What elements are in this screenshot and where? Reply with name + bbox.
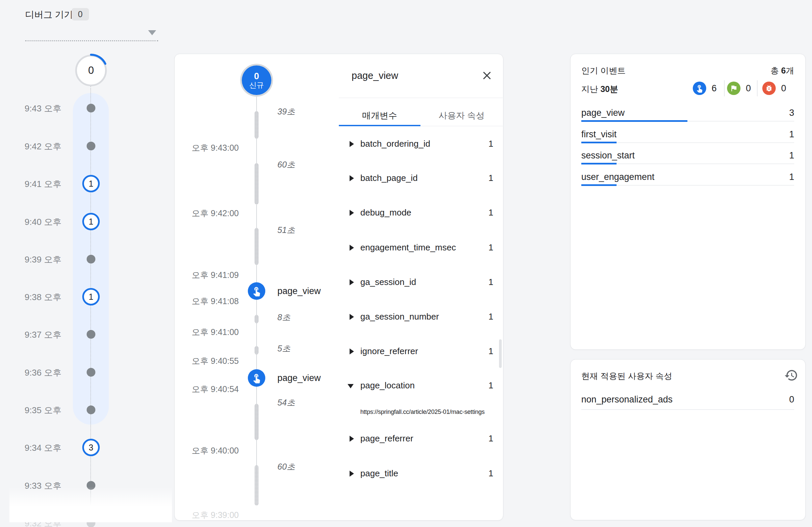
top-event-name: page_view	[581, 108, 625, 118]
debug-devices-count-badge: 0	[72, 8, 89, 20]
param-name: batch_ordering_id	[360, 138, 430, 149]
minute-label: 9:42 오후	[13, 141, 61, 152]
stream-time-label: 오후 9:40:54	[185, 384, 239, 395]
total-suffix: 개	[786, 66, 794, 75]
stream-segment	[255, 404, 259, 440]
param-value: 1	[489, 346, 493, 356]
stream-time-label: 오후 9:42:00	[185, 208, 239, 219]
top-events-title: 인기 이벤트	[581, 65, 626, 76]
flag-conversion-icon	[727, 82, 740, 95]
event-count-bar	[581, 184, 617, 186]
param-name: page_referrer	[360, 433, 414, 444]
minute-node-count[interactable]: 3	[82, 439, 100, 456]
stream-event-name: page_view	[277, 373, 321, 383]
minute-label: 9:38 오후	[13, 291, 61, 303]
param-name: page_title	[360, 468, 398, 479]
minute-node[interactable]	[87, 255, 96, 263]
param-value: 1	[489, 138, 493, 149]
tab-parameters-label: 매개변수	[362, 111, 397, 120]
collapse-arrow-icon	[348, 384, 353, 389]
stream-timeline-line	[256, 97, 257, 510]
time-window-label: 지난 30분	[581, 84, 618, 95]
tab-parameters[interactable]: 매개변수	[339, 110, 420, 125]
top-event-name: first_visit	[581, 129, 617, 140]
expand-arrow-icon	[350, 314, 354, 320]
stream-time-label: 오후 9:40:00	[185, 445, 239, 456]
duration-label: 51초	[277, 224, 295, 236]
stream-time-label: 오후 9:40:55	[185, 355, 239, 367]
expand-arrow-icon	[350, 245, 354, 251]
tap-event-icon	[693, 82, 706, 95]
duration-label: 5초	[277, 343, 290, 354]
param-value: 1	[489, 277, 493, 287]
minute-node[interactable]	[87, 142, 96, 150]
total-count: 6	[781, 66, 786, 75]
stat-conversions: 0	[727, 82, 751, 95]
param-name: ga_session_number	[360, 311, 439, 322]
minute-label: 9:40 오후	[13, 216, 61, 228]
minute-node-count[interactable]: 1	[82, 175, 100, 192]
expand-arrow-icon	[350, 279, 354, 285]
duration-label: 60초	[277, 461, 295, 472]
top-events-total: 총 6개	[770, 65, 794, 76]
debugview-page: 디버그 기기 0 0 9:43 오후 9:42 오후 9:41 오후1 9:40…	[0, 0, 812, 527]
param-name: ga_session_id	[360, 277, 416, 287]
header-divider	[339, 98, 503, 98]
minute-label: 9:39 오후	[13, 254, 61, 265]
param-detail-url: https://springfall.cc/article/2025-01/ma…	[360, 409, 502, 415]
chevron-down-icon	[148, 30, 156, 35]
stream-segment	[255, 163, 259, 204]
duration-label: 60초	[277, 159, 295, 170]
history-icon[interactable]	[784, 368, 798, 382]
new-user-label: 신규	[249, 81, 264, 89]
stream-segment	[255, 465, 259, 506]
param-value: 1	[489, 311, 493, 322]
top-event-count: 1	[789, 150, 794, 161]
minute-node-count[interactable]: 1	[82, 288, 100, 306]
top-event-name: user_engagement	[581, 172, 654, 182]
minute-node[interactable]	[87, 104, 96, 113]
stat-divider	[724, 80, 725, 96]
minute-node-count[interactable]: 1	[82, 213, 100, 230]
stat-divider	[757, 80, 758, 96]
user-property-name[interactable]: non_personalized_ads	[581, 394, 673, 405]
tab-user-properties[interactable]: 사용자 속성	[420, 110, 503, 125]
minute-node[interactable]	[87, 406, 96, 414]
param-value: 1	[489, 173, 493, 183]
minute-node[interactable]	[87, 368, 96, 377]
event-count-bar	[581, 163, 617, 164]
new-user-badge[interactable]: 0 신규	[242, 65, 271, 95]
top-event-count: 1	[789, 129, 794, 140]
errors-count: 0	[781, 83, 786, 94]
param-value: 1	[489, 433, 493, 444]
param-name: ignore_referrer	[360, 346, 418, 356]
total-prefix: 총	[770, 66, 781, 75]
param-value: 1	[489, 243, 493, 253]
minute-node[interactable]	[87, 330, 96, 339]
stream-event-page-view[interactable]: page_view	[248, 282, 321, 300]
minute-label: 9:41 오후	[13, 178, 61, 190]
stream-time-label: 오후 9:39:00	[185, 510, 239, 521]
tap-event-icon	[248, 369, 265, 387]
expand-arrow-icon	[350, 471, 354, 477]
param-name: debug_mode	[360, 207, 411, 218]
window-prefix: 지난	[581, 84, 600, 94]
stream-segment	[255, 315, 259, 323]
param-value: 1	[489, 468, 493, 479]
stream-segment	[255, 111, 259, 138]
timeline-bottom-fade	[10, 487, 172, 522]
minute-label: 9:43 오후	[13, 103, 61, 115]
new-user-count: 0	[254, 72, 259, 81]
duration-label: 54초	[277, 397, 295, 408]
event-stream-card: 0 신규 39초 60초 51초 8초 5초 54초 60초 오후 9:43:0…	[174, 54, 503, 521]
stream-event-page-view[interactable]: page_view	[248, 369, 321, 387]
tab-user-properties-label: 사용자 속성	[438, 111, 484, 120]
detail-scrollbar[interactable]	[499, 339, 502, 368]
window-value: 30분	[600, 84, 618, 94]
expand-arrow-icon	[350, 141, 354, 147]
debug-devices-title: 디버그 기기	[25, 9, 73, 21]
expand-arrow-icon	[350, 436, 354, 442]
expand-arrow-icon	[350, 210, 354, 216]
device-selector-dropdown[interactable]	[25, 19, 158, 41]
close-icon[interactable]	[480, 69, 495, 84]
